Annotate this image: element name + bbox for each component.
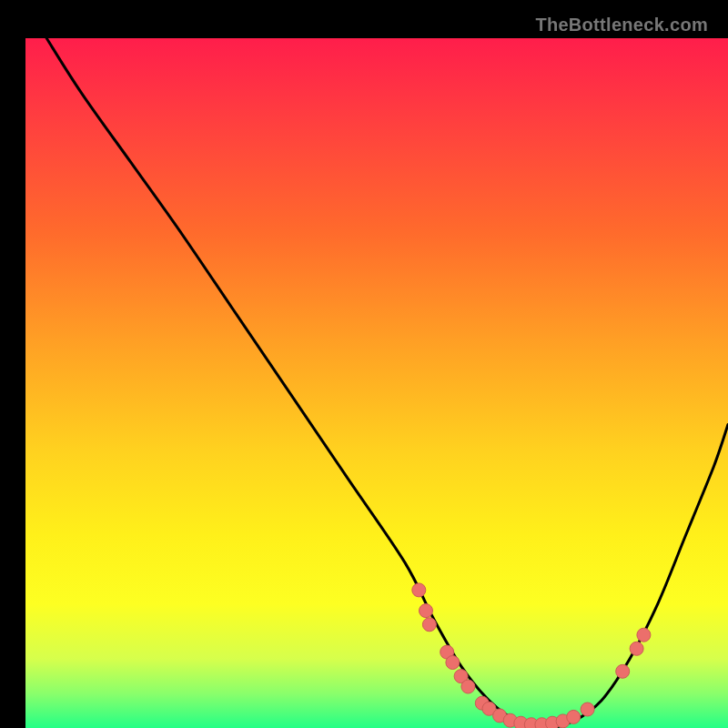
data-marker [637,628,651,642]
chart-frame: TheBottleneck.com [13,13,715,715]
data-marker [630,642,643,655]
chart-svg [25,38,728,728]
watermark-text: TheBottleneck.com [535,15,708,35]
bottleneck-curve [46,38,728,728]
data-marker [567,710,581,723]
data-marker [581,703,594,716]
data-marker [420,604,433,618]
data-marker [422,618,436,632]
data-marker [461,680,475,693]
data-marker [446,656,460,670]
data-marker [412,583,426,597]
plot-area [25,38,728,728]
data-marker [616,664,630,678]
